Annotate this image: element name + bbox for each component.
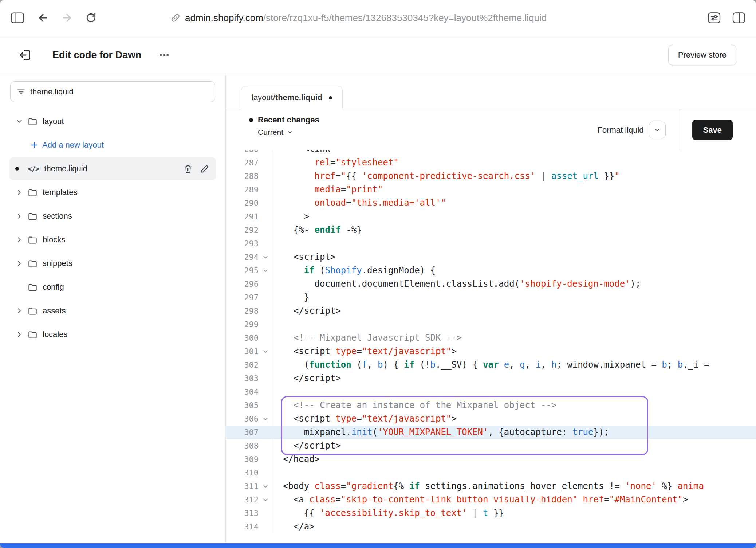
code-line-311[interactable]: 311 <body class="gradient{% if settings.… (226, 480, 756, 493)
fold-gutter (259, 183, 272, 196)
fold-gutter (259, 291, 272, 304)
line-number: 313 (226, 506, 259, 520)
chevron-right-icon[interactable] (14, 330, 25, 338)
fold-gutter (259, 331, 272, 345)
code-line-313[interactable]: 313 {{ 'accessibility.skip_to_text' | t … (226, 506, 756, 520)
chevron-right-icon[interactable] (14, 236, 25, 244)
code-line-305[interactable]: 305 <!-- Create an instance of the Mixpa… (226, 399, 756, 412)
sidebar-item-blocks[interactable]: blocks (9, 228, 216, 251)
delete-file-icon[interactable] (183, 164, 193, 174)
code-line-308[interactable]: 308 </script> (226, 439, 756, 453)
code-line-310[interactable]: 310 (226, 466, 756, 480)
code-line-298[interactable]: 298 </script> (226, 304, 756, 318)
fold-gutter (259, 466, 272, 480)
code-line-295[interactable]: 295 if (Shopify.designMode) { (226, 264, 756, 277)
fold-chevron-icon[interactable] (259, 250, 272, 264)
code-line-304[interactable]: 304 (226, 385, 756, 399)
code-line-297[interactable]: 297 } (226, 291, 756, 304)
code-line-290[interactable]: 290 onload="this.media='all'" (226, 196, 756, 210)
file-search-box[interactable] (10, 81, 215, 102)
folder-icon (28, 211, 38, 221)
code-text: href="{{ 'component-predictive-search.cs… (272, 169, 756, 183)
code-line-287[interactable]: 287 rel="stylesheet" (226, 156, 756, 169)
fold-chevron-icon[interactable] (259, 264, 272, 277)
code-line-294[interactable]: 294 <script> (226, 250, 756, 264)
chevron-down-icon[interactable] (14, 117, 25, 125)
browser-settings-icon[interactable] (707, 12, 721, 24)
code-line-306[interactable]: 306 <script type="text/javascript"> (226, 412, 756, 426)
code-line-301[interactable]: 301 <script type="text/javascript"> (226, 345, 756, 358)
code-text: if (Shopify.designMode) { (272, 264, 756, 277)
line-number: 299 (226, 318, 259, 331)
code-line-293[interactable]: 293 (226, 237, 756, 250)
fold-gutter (259, 358, 272, 372)
code-line-296[interactable]: 296 document.documentElement.classList.a… (226, 277, 756, 291)
fold-gutter (259, 520, 272, 533)
reload-icon[interactable] (85, 12, 97, 24)
format-options-button[interactable] (649, 122, 666, 138)
sidebar-item-templates[interactable]: templates (9, 181, 216, 204)
sidebar-item-theme-liquid[interactable]: </>theme.liquid (9, 157, 216, 180)
code-line-309[interactable]: 309 </head> (226, 453, 756, 466)
sidebar-item-add-layout[interactable]: Add a new layout (9, 134, 216, 156)
sidebar-item-config[interactable]: config (9, 276, 216, 298)
exit-editor-icon[interactable] (18, 48, 33, 62)
line-number: 287 (226, 156, 259, 169)
back-icon[interactable] (37, 12, 49, 24)
line-number: 314 (226, 520, 259, 533)
save-button[interactable]: Save (692, 120, 733, 140)
fold-chevron-icon[interactable] (259, 493, 272, 506)
line-number: 301 (226, 345, 259, 358)
tab-theme-liquid[interactable]: layout/theme.liquid (241, 86, 343, 109)
sidebar-item-snippets[interactable]: snippets (9, 252, 216, 275)
chevron-right-icon[interactable] (14, 212, 25, 220)
sidebar-item-assets[interactable]: assets (9, 300, 216, 322)
line-number: 291 (226, 210, 259, 223)
forward-icon[interactable] (61, 12, 73, 24)
chevron-right-icon[interactable] (14, 188, 25, 196)
address-bar[interactable]: admin.shopify.com/store/rzq1xu-f5/themes… (170, 0, 547, 36)
split-view-icon[interactable] (732, 12, 746, 24)
code-line-314[interactable]: 314 </a> (226, 520, 756, 533)
line-number: 292 (226, 223, 259, 237)
chevron-right-icon[interactable] (14, 307, 25, 315)
code-line-302[interactable]: 302 (function (f, b) { if (!b.__SV) { va… (226, 358, 756, 372)
version-dropdown[interactable]: Current (258, 128, 319, 137)
code-line-292[interactable]: 292 {%- endif -%} (226, 223, 756, 237)
rename-file-icon[interactable] (200, 164, 209, 174)
line-number: 290 (226, 196, 259, 210)
preview-store-button[interactable]: Preview store (668, 45, 736, 65)
format-liquid-button[interactable]: Format liquid (597, 125, 643, 135)
code-text: (function (f, b) { if (!b.__SV) { var e,… (272, 358, 756, 372)
code-line-289[interactable]: 289 media="print" (226, 183, 756, 196)
filter-icon (16, 87, 26, 97)
line-number: 310 (226, 466, 259, 480)
sidebar-item-label: config (43, 282, 64, 292)
code-text: <!-- Mixpanel Javascript SDK --> (272, 331, 756, 345)
code-line-291[interactable]: 291 > (226, 210, 756, 223)
chevron-right-icon[interactable] (14, 259, 25, 267)
fold-chevron-icon[interactable] (259, 412, 272, 426)
fold-chevron-icon[interactable] (259, 480, 272, 493)
fold-chevron-icon[interactable] (259, 345, 272, 358)
line-number: 311 (226, 480, 259, 493)
version-label: Current (258, 128, 283, 137)
line-number: 293 (226, 237, 259, 250)
code-text: media="print" (272, 183, 756, 196)
code-line-307[interactable]: 307 mixpanel.init('YOUR_MIXPANEL_TOKEN',… (226, 426, 756, 439)
code-line-288[interactable]: 288 href="{{ 'component-predictive-searc… (226, 169, 756, 183)
sidebar-toggle-icon[interactable] (10, 12, 25, 24)
code-line-303[interactable]: 303 </script> (226, 372, 756, 385)
sidebar-item-sections[interactable]: sections (9, 205, 216, 227)
sidebar-item-layout[interactable]: layout (9, 110, 216, 133)
code-line-312[interactable]: 312 <a class="skip-to-content-link butto… (226, 493, 756, 506)
code-text: <script type="text/javascript"> (272, 345, 756, 358)
more-actions-icon[interactable] (158, 49, 170, 61)
code-line-300[interactable]: 300 <!-- Mixpanel Javascript SDK --> (226, 331, 756, 345)
code-line-286[interactable]: 286 <link (226, 150, 756, 156)
sidebar-item-locales[interactable]: locales (9, 323, 216, 346)
folder-icon (28, 282, 38, 292)
code-editor[interactable]: 286 <link287 rel="stylesheet"288 href="{… (226, 150, 756, 543)
code-line-299[interactable]: 299 (226, 318, 756, 331)
file-search-input[interactable] (30, 87, 209, 97)
